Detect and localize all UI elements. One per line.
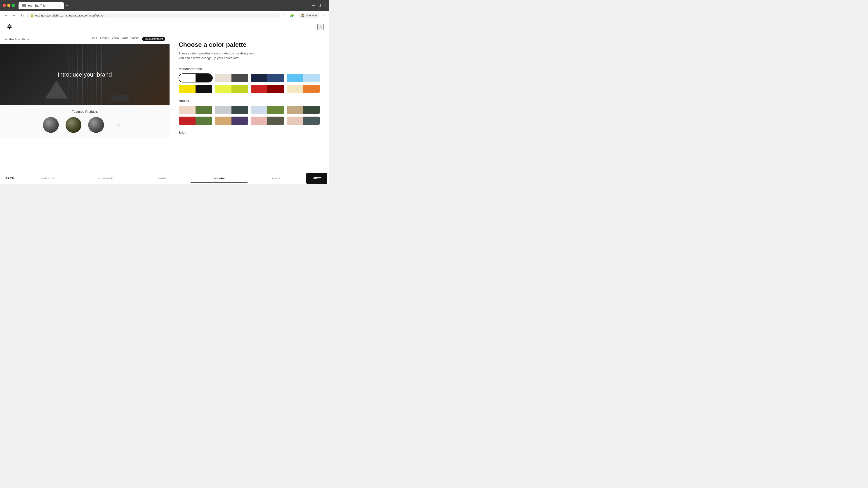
swatch-pale-blue bbox=[303, 74, 320, 82]
palette-light-blue[interactable] bbox=[286, 73, 320, 83]
palette-coral-green[interactable] bbox=[179, 116, 213, 125]
tab-pages-label: PAGES bbox=[158, 177, 166, 180]
palette-rose-taupe[interactable] bbox=[250, 116, 284, 125]
tab-homepage[interactable]: HOMEPAGE bbox=[77, 174, 134, 183]
palette-beige-dark[interactable] bbox=[215, 73, 249, 83]
site-preview: Moodjoy Travel Website Shop Services Cou… bbox=[0, 34, 169, 171]
url-input[interactable] bbox=[35, 14, 277, 17]
swatch-beige bbox=[215, 74, 231, 82]
palette-yellow-olive[interactable] bbox=[215, 84, 249, 93]
palette-yellow-black[interactable] bbox=[179, 84, 213, 93]
site-nav-links: Shop Services Course About Contact Book … bbox=[92, 37, 165, 41]
nav-contact: Contact bbox=[131, 37, 139, 41]
tab-fonts[interactable]: FONTS bbox=[248, 174, 305, 183]
address-bar[interactable]: 🔒 bbox=[27, 13, 280, 18]
extensions-button[interactable]: 🧩 bbox=[289, 12, 295, 19]
swatch-orange bbox=[303, 85, 320, 93]
swatch-charcoal bbox=[195, 85, 212, 93]
new-tab-button[interactable]: + bbox=[64, 2, 70, 9]
scroll-bar-thumb[interactable] bbox=[327, 98, 327, 107]
tab-title: Your Site Title bbox=[28, 4, 46, 7]
swatch-taupe bbox=[267, 117, 284, 125]
swatch-forest bbox=[267, 106, 284, 114]
swatch-tan bbox=[287, 106, 303, 114]
app-close-button[interactable]: × bbox=[317, 24, 324, 30]
site-nav: Moodjoy Travel Website Shop Services Cou… bbox=[0, 34, 169, 44]
palette-tan-dark[interactable] bbox=[286, 105, 320, 114]
monochromatic-label: Monochromatic bbox=[179, 67, 320, 71]
swatch-red bbox=[251, 85, 267, 93]
swatch-peach bbox=[287, 117, 303, 125]
bottom-nav: BACK SITE TITLE HOMEPAGE PAGES COLORS FO… bbox=[0, 171, 329, 184]
active-tab[interactable]: Your Site Title × bbox=[19, 2, 64, 9]
featured-title: Featured Products bbox=[4, 110, 165, 113]
tab-homepage-label: HOMEPAGE bbox=[98, 177, 113, 180]
back-button[interactable]: BACK bbox=[0, 173, 20, 184]
neutral-label: Neutral bbox=[179, 99, 320, 103]
nav-cta-button: Book appointment bbox=[142, 37, 165, 41]
bright-section: Bright bbox=[179, 131, 320, 134]
next-button[interactable]: NEXT bbox=[306, 173, 327, 184]
swatch-olive2 bbox=[195, 117, 212, 125]
tab-close-button[interactable]: × bbox=[58, 4, 60, 7]
tab-pages[interactable]: PAGES bbox=[133, 174, 191, 183]
palette-cream-orange[interactable] bbox=[286, 84, 320, 93]
product-item-3 bbox=[87, 117, 105, 133]
window-minimize-icon[interactable]: ─ bbox=[312, 3, 315, 7]
window-maximize-button[interactable] bbox=[12, 4, 15, 7]
nav-services: Services bbox=[100, 37, 108, 41]
squarespace-logo bbox=[5, 23, 13, 31]
tab-bar: Your Site Title × + bbox=[17, 2, 308, 9]
browser-chrome: Your Site Title × + ─ ❐ ✕ ← → ↻ 🔒 ☆ 🧩 🕵️… bbox=[0, 0, 329, 20]
bookmark-button[interactable]: ☆ bbox=[281, 12, 288, 19]
app-header: × bbox=[0, 20, 329, 34]
swatch-white bbox=[179, 74, 195, 82]
incognito-icon: 🕵️ bbox=[301, 14, 305, 17]
window-close-button[interactable] bbox=[3, 4, 6, 7]
swatch-dark-green bbox=[303, 106, 320, 114]
product-row bbox=[4, 117, 165, 133]
forward-nav-button[interactable]: → bbox=[11, 12, 17, 19]
palette-caramel-purple[interactable] bbox=[215, 116, 249, 125]
tab-colors[interactable]: COLORS bbox=[191, 174, 248, 183]
tab-site-title[interactable]: SITE TITLE bbox=[20, 174, 77, 183]
palette-red-dark-red[interactable] bbox=[250, 84, 284, 93]
product-item-4 bbox=[110, 117, 128, 133]
palette-silver-slate[interactable] bbox=[215, 105, 249, 114]
palette-sky-forest[interactable] bbox=[250, 105, 284, 114]
palette-peach-teal[interactable] bbox=[286, 116, 320, 125]
panel-title: Choose a color palette bbox=[179, 41, 320, 48]
swatch-cream bbox=[287, 85, 303, 93]
tab-site-title-label: SITE TITLE bbox=[41, 177, 55, 180]
swatch-navy bbox=[251, 74, 267, 82]
nav-about: About bbox=[122, 37, 128, 41]
product-image-2 bbox=[66, 117, 81, 133]
window-minimize-button[interactable] bbox=[7, 4, 10, 7]
product-item-1 bbox=[42, 117, 60, 133]
swatch-silver bbox=[215, 106, 231, 114]
browser-menu-button[interactable]: ⋮ bbox=[320, 12, 327, 19]
swatch-caramel bbox=[215, 117, 231, 125]
hero-text: Introduce your brand bbox=[58, 71, 112, 78]
incognito-indicator: 🕵️ Incognito bbox=[299, 13, 319, 18]
swatch-yellow2 bbox=[215, 85, 231, 93]
palette-blush-green[interactable] bbox=[179, 105, 213, 114]
back-nav-button[interactable]: ← bbox=[3, 12, 9, 19]
site-preview-area: Moodjoy Travel Website Shop Services Cou… bbox=[0, 34, 169, 171]
refresh-button[interactable]: ↻ bbox=[19, 12, 25, 19]
nav-shop: Shop bbox=[92, 37, 97, 41]
window-restore-icon[interactable]: ❐ bbox=[318, 3, 321, 8]
swatch-olive bbox=[231, 85, 248, 93]
window-close-icon[interactable]: ✕ bbox=[323, 3, 327, 8]
palette-white-black[interactable] bbox=[179, 73, 213, 83]
neutral-section: Neutral bbox=[179, 99, 320, 125]
toolbar-icons: ☆ 🧩 🕵️ Incognito ⋮ bbox=[281, 12, 327, 19]
panel-subtitle: These custom palettes were curated by ou… bbox=[179, 51, 320, 61]
palette-navy-blue[interactable] bbox=[250, 73, 284, 83]
swatch-blush bbox=[179, 106, 195, 114]
swatch-slate bbox=[231, 106, 248, 114]
main-layout: Moodjoy Travel Website Shop Services Cou… bbox=[0, 34, 329, 171]
swatch-dark-red bbox=[267, 85, 284, 93]
swatch-pale-sky bbox=[251, 106, 267, 114]
nav-course: Course bbox=[112, 37, 119, 41]
